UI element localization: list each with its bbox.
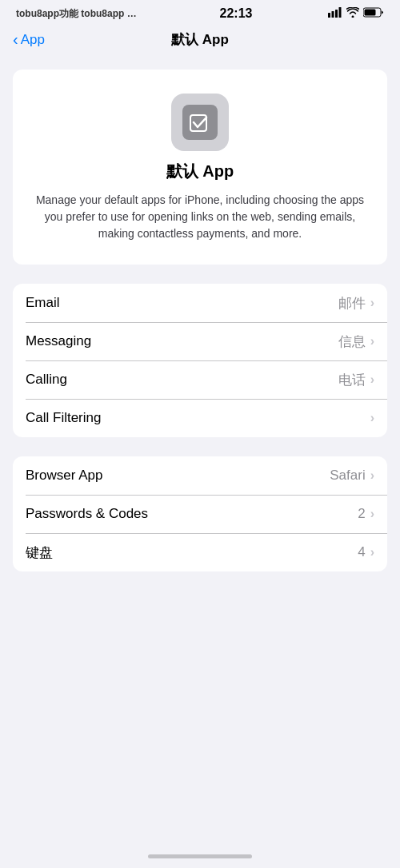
calling-right: 电话 › [338,371,374,389]
messaging-right: 信息 › [338,332,374,351]
passwords-label: Passwords & Codes [26,506,148,522]
keyboard-chevron-icon: › [370,545,374,559]
passwords-value: 2 [358,506,365,522]
wifi-icon [346,7,359,20]
page-title: 默认 App [171,30,229,49]
list-group-1: Email 邮件 › Messaging 信息 › Calling 电话 › [13,284,387,437]
messaging-chevron-icon: › [370,334,374,348]
email-label: Email [26,295,60,311]
list-item-calling[interactable]: Calling 电话 › [13,360,387,399]
passwords-right: 2 › [358,506,374,522]
app-icon [182,105,218,140]
list-item-browser-app[interactable]: Browser App Safari › [13,456,387,495]
signal-icon [328,7,342,20]
keyboard-right: 4 › [358,544,374,560]
call-filtering-chevron-icon: › [370,411,374,425]
status-bar: tobu8app功能 tobu8app 功能有哪些? 22:13 [0,0,400,24]
list-item-passwords[interactable]: Passwords & Codes 2 › [13,495,387,533]
svg-rect-3 [338,7,341,18]
back-chevron-icon: ‹ [13,31,18,47]
browser-app-right: Safari › [330,468,374,484]
svg-rect-0 [328,13,330,18]
home-indicator [148,854,252,858]
svg-rect-5 [364,10,375,16]
navigation-bar: ‹ App 默认 App [0,24,400,57]
call-filtering-label: Call Filtering [26,410,101,426]
status-bar-right [328,7,384,20]
battery-icon [363,7,384,20]
call-filtering-right: › [366,411,374,425]
list-group-2: Browser App Safari › Passwords & Codes 2… [13,456,387,571]
svg-rect-6 [190,115,206,131]
calling-label: Calling [26,372,67,388]
calling-chevron-icon: › [370,372,374,387]
messaging-label: Messaging [26,333,91,349]
status-bar-time: 22:13 [220,6,253,21]
email-chevron-icon: › [370,296,374,310]
browser-app-chevron-icon: › [370,468,374,483]
browser-app-value: Safari [330,468,365,484]
keyboard-label: 键盘 [26,543,53,562]
svg-rect-2 [335,10,338,18]
list-item-call-filtering[interactable]: Call Filtering › [13,399,387,437]
list-item-keyboard[interactable]: 键盘 4 › [13,533,387,571]
back-label: App [21,32,45,48]
checkmark-icon [189,111,211,133]
calling-value: 电话 [338,371,366,389]
passwords-chevron-icon: › [370,507,374,521]
email-value: 邮件 [338,294,366,313]
back-button[interactable]: ‹ App [13,32,45,48]
svg-rect-1 [331,11,334,18]
list-item-messaging[interactable]: Messaging 信息 › [13,322,387,360]
messaging-value: 信息 [338,332,366,351]
status-bar-left-text: tobu8app功能 tobu8app 功能有哪些? [16,7,144,21]
keyboard-value: 4 [358,544,365,560]
email-right: 邮件 › [338,294,374,313]
app-icon-wrapper [171,94,229,151]
header-description: Manage your default apps for iPhone, inc… [32,192,368,242]
home-indicator-area [0,854,400,868]
header-title: 默认 App [166,161,234,182]
header-card: 默认 App Manage your default apps for iPho… [13,70,387,265]
list-item-email[interactable]: Email 邮件 › [13,284,387,322]
browser-app-label: Browser App [26,468,102,484]
main-content: 默认 App Manage your default apps for iPho… [0,57,400,603]
